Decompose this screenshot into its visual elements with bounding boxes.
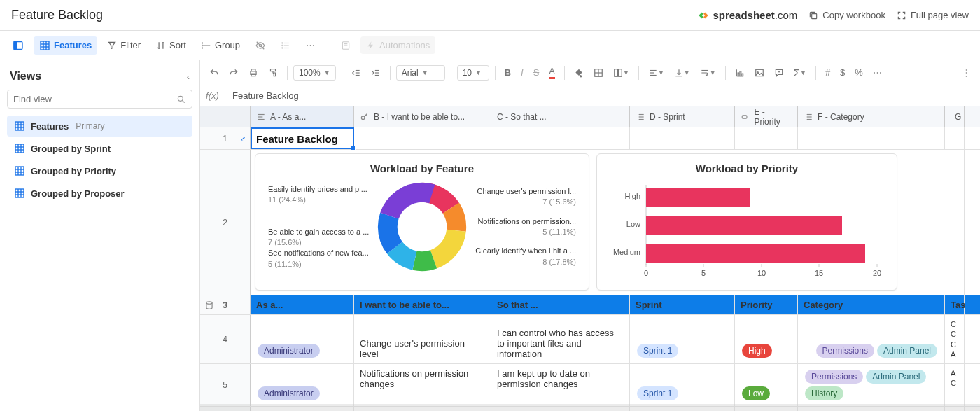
zoom-dropdown[interactable]: 100%▼ [293,65,336,81]
cell-f4[interactable]: PermissionsAdmin Panel [798,315,945,363]
indent-less-button[interactable] [348,65,365,81]
cell-b1[interactable] [354,127,491,149]
paint-button[interactable] [265,65,281,81]
cell-a4[interactable]: Administrator [251,315,354,363]
th-g[interactable]: Tas [945,295,965,314]
row-num-1[interactable]: 1⤢ [200,127,251,149]
strike-button[interactable]: S [530,64,543,81]
cell-a5[interactable]: Administrator [251,364,354,406]
chart-cell[interactable]: Workload by Feature Easily identify pric… [251,150,965,295]
sort-icon [156,41,166,50]
valign-button[interactable]: ▼ [671,65,694,81]
search-view-input[interactable] [7,90,192,109]
print-button[interactable] [245,65,262,81]
copy-workbook-button[interactable]: Copy workbook [808,10,886,20]
percent-button[interactable]: % [851,64,867,81]
view-grouped-proposer[interactable]: Grouped by Proposer [7,183,192,204]
wrap-button[interactable]: ▼ [696,65,720,81]
filter-button[interactable]: Filter [102,36,146,54]
row-num-2[interactable]: 2 [200,150,251,295]
indent-more-button[interactable] [368,65,384,81]
row-num-4[interactable]: 4 [200,315,251,363]
view-grouped-sprint[interactable]: Grouped by Sprint [7,138,192,159]
corner-cell[interactable] [200,106,251,127]
h-scrollbar[interactable] [200,404,980,411]
th-c[interactable]: So that ... [491,295,630,314]
cell-e4[interactable]: High [735,315,798,363]
cell-d4[interactable]: Sprint 1 [630,315,735,363]
group-button[interactable]: Group [196,36,246,54]
cell-d1[interactable] [630,127,735,149]
row-num-5[interactable]: 5 [200,364,251,406]
cell-f5[interactable]: PermissionsAdmin PanelHistory [798,364,945,406]
halign-button[interactable]: ▼ [645,65,668,81]
view-label: Features [31,121,69,132]
col-c-header[interactable]: C - So that ... [491,106,630,127]
cell-e1[interactable] [735,127,798,149]
comment-button[interactable] [771,65,788,81]
menu-button[interactable]: ⋮ [958,64,974,81]
merge-button[interactable]: ▼ [610,65,633,81]
cell-f1[interactable] [798,127,945,149]
sort-label: Sort [169,40,186,50]
cell-b5[interactable]: Notifications on permission changes [354,364,491,406]
col-d-header[interactable]: D - Sprint [630,106,735,127]
view-features[interactable]: Features Primary [7,116,192,137]
cell-g4[interactable]: CCCA [945,315,965,363]
cell-g1[interactable] [945,127,965,149]
fx-input[interactable]: Feature Backlog [225,90,980,101]
redo-button[interactable] [225,65,242,81]
image-button[interactable] [751,65,768,81]
search-field[interactable] [13,94,176,104]
chart-button[interactable] [732,65,748,81]
cell-c1[interactable] [491,127,630,149]
cell-e5[interactable]: Low [735,364,798,406]
cell-d5[interactable]: Sprint 1 [630,364,735,406]
list-button[interactable] [275,37,296,54]
svg-text:Low: Low [626,220,640,228]
hide-button[interactable] [250,37,271,54]
undo-button[interactable] [206,65,223,81]
cell-g5[interactable]: AC [945,364,965,406]
collapse-icon[interactable]: ‹ [187,71,190,82]
col-g-header[interactable]: G [945,106,965,127]
view-grouped-priority[interactable]: Grouped by Priority [7,160,192,181]
filter-label: Filter [120,40,141,50]
cell-handle[interactable] [351,146,356,151]
col-a-header[interactable]: A - As a... [251,106,354,127]
col-e-header[interactable]: E - Priority [735,106,798,127]
fill-button[interactable] [570,65,587,81]
th-e[interactable]: Priority [735,295,798,314]
row-num-3[interactable]: 3 [200,295,251,314]
size-dropdown[interactable]: 10▼ [457,65,489,81]
col-f-header[interactable]: F - Category [798,106,945,127]
expand-icon[interactable]: ⤢ [240,134,246,142]
borders-button[interactable] [590,65,607,81]
col-b-header[interactable]: B - I want to be able to... [354,106,491,127]
automations-button[interactable]: Automations [360,36,435,54]
th-a[interactable]: As a... [251,295,354,314]
more-button[interactable]: ⋯ [300,36,321,54]
text-color-button[interactable]: A [545,63,559,82]
th-b[interactable]: I want to be able to... [354,295,491,314]
paint-format-icon [268,68,278,78]
hash-button[interactable]: # [822,64,834,81]
cell-c5[interactable]: I am kept up to date on permission chang… [491,364,630,406]
font-dropdown[interactable]: Arial▼ [396,65,445,81]
form-button[interactable] [335,37,356,54]
th-d[interactable]: Sprint [630,295,735,314]
cell-c4[interactable]: I can control who has access to importan… [491,315,630,363]
sigma-button[interactable]: Σ▼ [790,64,810,81]
italic-button[interactable]: I [517,64,527,81]
dollar-button[interactable]: $ [836,64,848,81]
th-f[interactable]: Category [798,295,945,314]
toggle-panel-button[interactable] [7,36,29,55]
cell-b4[interactable]: Change user's permission level [354,315,491,363]
grid-icon [14,165,25,176]
cell-a1[interactable]: Feature Backlog [251,127,354,149]
sort-button[interactable]: Sort [150,36,192,54]
bold-button[interactable]: B [501,64,514,81]
features-tab[interactable]: Features [34,36,97,55]
more-format-button[interactable]: ⋯ [869,64,886,81]
full-page-button[interactable]: Full page view [897,10,969,20]
